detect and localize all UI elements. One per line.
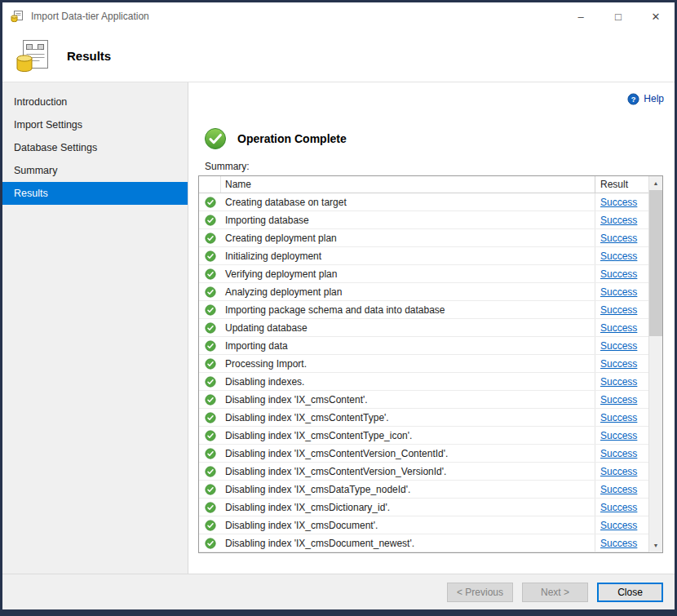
next-button[interactable]: Next > bbox=[522, 583, 588, 602]
table-row[interactable]: Creating database on targetSuccess bbox=[199, 193, 648, 211]
step-name: Disabling index 'IX_cmsDocument'. bbox=[221, 516, 595, 534]
titlebar: Import Data-tier Application – □ ✕ bbox=[2, 2, 675, 30]
help-link[interactable]: ? Help bbox=[627, 92, 664, 105]
success-check-icon bbox=[205, 412, 216, 423]
data-tier-application-icon bbox=[13, 38, 51, 75]
table-row[interactable]: Disabling index 'IX_cmsDocument_newest'.… bbox=[199, 534, 648, 552]
minimize-button[interactable]: – bbox=[562, 2, 600, 30]
scrollbar-track[interactable] bbox=[649, 190, 662, 538]
table-row[interactable]: Processing Import.Success bbox=[199, 355, 648, 373]
table-row[interactable]: Creating deployment planSuccess bbox=[199, 229, 648, 247]
result-success-link[interactable]: Success bbox=[600, 268, 637, 280]
table-row[interactable]: Disabling index 'IX_cmsContentVersion_Ve… bbox=[199, 463, 648, 481]
table-row[interactable]: Disabling index 'IX_cmsContent'.Success bbox=[199, 391, 648, 409]
result-success-link[interactable]: Success bbox=[600, 376, 637, 388]
success-check-icon bbox=[205, 322, 216, 334]
success-check-icon bbox=[205, 466, 216, 477]
operation-complete-title: Operation Complete bbox=[237, 132, 347, 145]
result-success-link[interactable]: Success bbox=[600, 394, 637, 405]
result-success-link[interactable]: Success bbox=[600, 250, 637, 262]
sidebar-item-summary[interactable]: Summary bbox=[2, 159, 188, 182]
result-success-link[interactable]: Success bbox=[600, 304, 637, 316]
result-success-link[interactable]: Success bbox=[600, 286, 637, 298]
result-success-link[interactable]: Success bbox=[600, 340, 637, 352]
table-row[interactable]: Initializing deploymentSuccess bbox=[199, 247, 648, 265]
success-check-icon bbox=[205, 520, 216, 531]
table-row[interactable]: Updating databaseSuccess bbox=[199, 319, 648, 337]
results-table-body: Creating database on targetSuccessImport… bbox=[199, 193, 648, 552]
success-check-icon bbox=[205, 376, 216, 388]
app-icon bbox=[11, 10, 24, 23]
table-row[interactable]: Disabling indexes.Success bbox=[199, 373, 648, 391]
success-check-icon bbox=[205, 502, 216, 513]
step-name: Processing Import. bbox=[221, 355, 595, 372]
table-row[interactable]: Disabling index 'IX_cmsDataType_nodeId'.… bbox=[199, 481, 648, 499]
success-check-icon bbox=[205, 430, 216, 441]
help-label: Help bbox=[644, 93, 664, 104]
table-row[interactable]: Importing dataSuccess bbox=[199, 337, 648, 355]
success-check-icon bbox=[205, 538, 216, 549]
wizard-steps-sidebar: Introduction Import Settings Database Se… bbox=[2, 82, 188, 574]
close-button[interactable]: Close bbox=[597, 583, 663, 602]
result-success-link[interactable]: Success bbox=[600, 538, 637, 549]
step-name: Disabling index 'IX_cmsContent'. bbox=[221, 391, 595, 408]
close-window-button[interactable]: ✕ bbox=[637, 2, 675, 30]
result-success-link[interactable]: Success bbox=[600, 484, 637, 495]
step-name: Disabling index 'IX_cmsContentVersion_Ve… bbox=[221, 463, 595, 480]
sidebar-item-import-settings[interactable]: Import Settings bbox=[2, 113, 188, 136]
result-success-link[interactable]: Success bbox=[600, 215, 637, 226]
step-name: Disabling index 'IX_cmsDocument_newest'. bbox=[221, 534, 595, 552]
results-page-content: ? Help bbox=[188, 82, 675, 574]
scroll-down-arrow-icon[interactable]: ▼ bbox=[649, 538, 662, 552]
sidebar-item-introduction[interactable]: Introduction bbox=[2, 91, 188, 113]
table-row[interactable]: Disabling index 'IX_cmsDocument'.Success bbox=[199, 516, 648, 534]
result-success-link[interactable]: Success bbox=[600, 233, 637, 244]
step-name: Disabling index 'IX_cmsContentType_icon'… bbox=[221, 427, 595, 444]
sidebar-item-database-settings[interactable]: Database Settings bbox=[2, 136, 188, 159]
result-success-link[interactable]: Success bbox=[600, 466, 637, 477]
footer-button-bar: < Previous Next > Close bbox=[2, 574, 675, 609]
previous-button[interactable]: < Previous bbox=[447, 583, 513, 602]
result-success-link[interactable]: Success bbox=[600, 448, 637, 459]
success-check-icon bbox=[205, 394, 216, 405]
result-success-link[interactable]: Success bbox=[600, 412, 637, 423]
scrollbar-thumb[interactable] bbox=[649, 190, 662, 336]
success-check-icon bbox=[205, 340, 216, 352]
result-success-link[interactable]: Success bbox=[600, 322, 637, 334]
success-check-icon bbox=[205, 215, 216, 226]
result-success-link[interactable]: Success bbox=[600, 502, 637, 513]
step-name: Updating database bbox=[221, 319, 595, 336]
column-header-name[interactable]: Name bbox=[221, 176, 595, 193]
table-row[interactable]: Importing package schema and data into d… bbox=[199, 301, 648, 319]
wizard-header: Results bbox=[2, 30, 675, 82]
step-name: Initializing deployment bbox=[221, 247, 595, 264]
wizard-body: Introduction Import Settings Database Se… bbox=[2, 82, 675, 574]
result-success-link[interactable]: Success bbox=[600, 520, 637, 531]
success-check-icon bbox=[205, 286, 216, 298]
page-title: Results bbox=[67, 49, 111, 63]
result-success-link[interactable]: Success bbox=[600, 358, 637, 370]
step-name: Verifying deployment plan bbox=[221, 265, 595, 282]
step-name: Importing database bbox=[221, 211, 595, 228]
success-check-icon bbox=[205, 233, 216, 244]
step-name: Disabling index 'IX_cmsContentVersion_Co… bbox=[221, 445, 595, 462]
table-row[interactable]: Importing databaseSuccess bbox=[199, 211, 648, 229]
result-success-link[interactable]: Success bbox=[600, 197, 637, 208]
result-success-link[interactable]: Success bbox=[600, 430, 637, 441]
table-row[interactable]: Disabling index 'IX_cmsContentType'.Succ… bbox=[199, 409, 648, 427]
scroll-up-arrow-icon[interactable]: ▲ bbox=[649, 176, 662, 190]
table-row[interactable]: Disabling index 'IX_cmsContentVersion_Co… bbox=[199, 445, 648, 463]
table-scrollbar[interactable]: ▲ ▼ bbox=[648, 176, 662, 552]
table-header-row: Name Result bbox=[199, 176, 648, 193]
column-header-result[interactable]: Result bbox=[595, 176, 648, 193]
step-name: Disabling index 'IX_cmsContentType'. bbox=[221, 409, 595, 426]
maximize-button[interactable]: □ bbox=[600, 2, 637, 30]
step-name: Importing data bbox=[221, 337, 595, 354]
table-row[interactable]: Disabling index 'IX_cmsDictionary_id'.Su… bbox=[199, 499, 648, 516]
svg-text:?: ? bbox=[631, 95, 636, 103]
table-row[interactable]: Analyzing deployment planSuccess bbox=[199, 283, 648, 301]
table-row[interactable]: Verifying deployment planSuccess bbox=[199, 265, 648, 283]
help-icon: ? bbox=[627, 93, 639, 105]
table-row[interactable]: Disabling index 'IX_cmsContentType_icon'… bbox=[199, 427, 648, 445]
sidebar-item-results[interactable]: Results bbox=[2, 182, 188, 205]
